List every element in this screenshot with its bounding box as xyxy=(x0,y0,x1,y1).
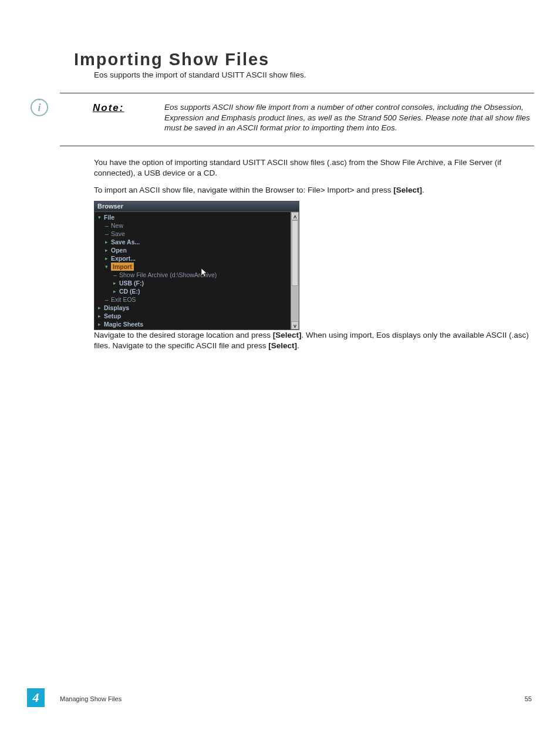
tree-save-label: Save xyxy=(111,230,125,238)
browser-titlebar: Browser xyxy=(95,201,299,212)
chevron-right-icon: ▸ xyxy=(105,238,111,246)
tree-new[interactable]: –New xyxy=(97,221,288,230)
chevron-down-icon: ▾ xyxy=(105,263,111,271)
note-body: Eos supports ASCII show file import from… xyxy=(164,102,531,133)
chevron-right-icon: ▸ xyxy=(105,254,111,263)
chevron-right-icon: ▸ xyxy=(113,279,119,287)
info-icon: i xyxy=(31,99,48,116)
chevron-right-icon: ▸ xyxy=(113,287,119,295)
select-keyword: [Select] xyxy=(393,186,422,194)
footer-chapter-title: Managing Show Files xyxy=(60,695,122,702)
chevron-down-icon: ▾ xyxy=(98,213,104,221)
tree-usb-label: USB (F:) xyxy=(119,279,144,287)
chevron-right-icon: ▸ xyxy=(98,320,104,328)
period: . xyxy=(297,341,299,350)
tree-export-label: Export... xyxy=(111,254,136,263)
page-heading: Importing Show Files xyxy=(74,50,269,69)
paragraph-import-options: You have the option of importing standar… xyxy=(94,157,528,179)
tree-exit-eos[interactable]: –Exit EOS xyxy=(97,295,288,304)
intro-text: Eos supports the import of standard USIT… xyxy=(94,70,306,79)
tree-cd-label: CD (E:) xyxy=(119,287,140,295)
para2-text: To import an ASCII show file, navigate w… xyxy=(94,186,393,194)
chevron-right-icon: ▸ xyxy=(98,312,104,320)
chevron-right-icon: ▸ xyxy=(98,304,104,312)
period: . xyxy=(422,186,424,194)
page-number: 55 xyxy=(525,695,532,702)
tree-open[interactable]: ▸Open xyxy=(97,246,288,254)
note-label: Note: xyxy=(93,102,124,114)
tree-file[interactable]: ▾File xyxy=(97,213,288,221)
browser-panel: Browser ▾File –New –Save ▸Save As... ▸Op… xyxy=(94,201,299,330)
tree-usb[interactable]: ▸USB (F:) xyxy=(97,279,288,287)
divider-bottom xyxy=(60,146,534,146)
scroll-down-button[interactable]: v xyxy=(291,321,299,329)
tree-magic-sheets[interactable]: ▸Magic Sheets xyxy=(97,320,288,328)
tree-dash-icon: – xyxy=(105,230,111,238)
divider-top xyxy=(60,93,534,93)
tree-new-label: New xyxy=(111,221,123,230)
scroll-up-button[interactable]: ʌ xyxy=(291,212,299,220)
tree-dash-icon: – xyxy=(105,295,111,304)
select-keyword: [Select] xyxy=(273,331,302,339)
paragraph-navigate: To import an ASCII show file, navigate w… xyxy=(94,185,528,196)
tree-open-label: Open xyxy=(111,246,127,254)
tree-import[interactable]: ▾Import xyxy=(97,263,288,271)
tree-save-as-label: Save As... xyxy=(111,238,140,246)
tree-magic-label: Magic Sheets xyxy=(104,320,143,328)
tree-cd[interactable]: ▸CD (E:) xyxy=(97,287,288,295)
scrollbar[interactable]: ʌ v xyxy=(291,212,299,329)
scroll-track[interactable] xyxy=(291,220,299,321)
tree-save-as[interactable]: ▸Save As... xyxy=(97,238,288,246)
tree-archive[interactable]: –Show File Archive (d:\ShowArchive) xyxy=(97,271,288,279)
tree-setup[interactable]: ▸Setup xyxy=(97,312,288,320)
chapter-tab: 4 xyxy=(27,688,45,707)
tree-dash-icon: – xyxy=(105,221,111,230)
tree-save[interactable]: –Save xyxy=(97,230,288,238)
browser-tree[interactable]: ▾File –New –Save ▸Save As... ▸Open ▸Expo… xyxy=(95,212,291,329)
tree-import-label: Import xyxy=(111,263,134,271)
select-keyword: [Select] xyxy=(268,341,297,350)
tree-file-label: File xyxy=(104,213,114,221)
tree-setup-label: Setup xyxy=(104,312,121,320)
tree-displays[interactable]: ▸Displays xyxy=(97,304,288,312)
tree-export[interactable]: ▸Export... xyxy=(97,254,288,263)
scroll-thumb[interactable] xyxy=(292,220,298,286)
chevron-right-icon: ▸ xyxy=(105,246,111,254)
tree-dash-icon: – xyxy=(113,271,119,279)
para3-text-a: Navigate to the desired storage location… xyxy=(94,331,273,339)
paragraph-navigate-select: Navigate to the desired storage location… xyxy=(94,330,534,351)
tree-displays-label: Displays xyxy=(104,304,129,312)
tree-archive-label: Show File Archive (d:\ShowArchive) xyxy=(119,271,217,279)
tree-exit-label: Exit EOS xyxy=(111,295,136,304)
